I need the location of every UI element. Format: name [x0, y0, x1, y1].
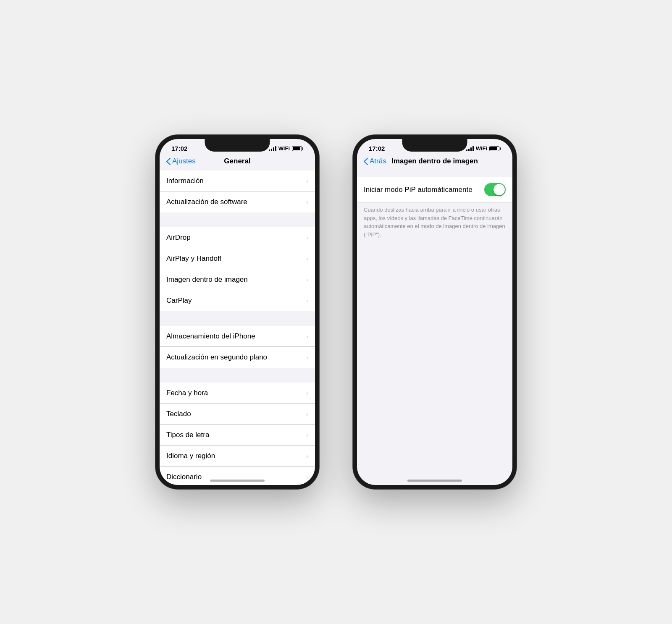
- status-icons-1: WiFi: [269, 145, 303, 152]
- pip-toggle-switch[interactable]: [484, 183, 506, 196]
- time-2: 17:02: [369, 145, 385, 152]
- phone-1: 17:02 WiFi Ajustes General: [155, 135, 319, 489]
- list-item[interactable]: Idioma y región ›: [160, 446, 315, 467]
- phone-2: 17:02 WiFi Atrás Imagen dentro de im: [353, 135, 517, 489]
- pip-settings-group: Iniciar modo PiP automáticamente: [357, 177, 512, 202]
- battery-icon-2: [489, 146, 501, 151]
- section-gap: [160, 311, 315, 326]
- chevron-icon: ›: [306, 234, 308, 241]
- list-item[interactable]: Teclado ›: [160, 404, 315, 425]
- chevron-icon: ›: [306, 297, 308, 304]
- list-item[interactable]: Fecha y hora ›: [160, 383, 315, 404]
- wifi-icon-2: WiFi: [476, 145, 487, 152]
- chevron-icon: ›: [306, 411, 308, 417]
- pip-toggle-row[interactable]: Iniciar modo PiP automáticamente: [357, 177, 512, 202]
- list-item[interactable]: Diccionario ›: [160, 467, 315, 485]
- nav-bar-1: Ajustes General: [160, 154, 315, 170]
- chevron-icon: ›: [306, 390, 308, 396]
- section-gap: [160, 368, 315, 383]
- toggle-knob: [494, 184, 505, 195]
- section-gap: [160, 212, 315, 227]
- chevron-icon: ›: [306, 276, 308, 283]
- settings-group-2: AirDrop › AirPlay y Handoff › Imagen den…: [160, 227, 315, 311]
- list-item[interactable]: Almacenamiento del iPhone ›: [160, 326, 315, 347]
- notch-1: [205, 139, 270, 152]
- list-item[interactable]: Tipos de letra ›: [160, 425, 315, 446]
- home-indicator-2: [407, 480, 462, 482]
- nav-title-2: Imagen dentro de imagen: [391, 157, 478, 165]
- wifi-icon-1: WiFi: [278, 145, 290, 152]
- back-label-1: Ajustes: [172, 157, 196, 165]
- chevron-icon: ›: [306, 432, 308, 438]
- list-item[interactable]: Actualización de software ›: [160, 191, 315, 212]
- chevron-icon: ›: [306, 453, 308, 459]
- pip-scroll[interactable]: Iniciar modo PiP automáticamente Cuando …: [357, 170, 512, 485]
- back-button-1[interactable]: Ajustes: [166, 157, 196, 165]
- phone-1-screen: 17:02 WiFi Ajustes General: [160, 139, 315, 485]
- back-button-2[interactable]: Atrás: [364, 157, 386, 165]
- time-1: 17:02: [171, 145, 187, 152]
- back-label-2: Atrás: [370, 157, 386, 165]
- settings-group-1: Información › Actualización de software …: [160, 170, 315, 212]
- list-item[interactable]: Actualización en segundo plano ›: [160, 347, 315, 368]
- chevron-icon: ›: [306, 255, 308, 262]
- signal-icon-2: [466, 146, 474, 151]
- battery-icon-1: [292, 146, 303, 151]
- pip-toggle-label: Iniciar modo PiP automáticamente: [364, 186, 472, 194]
- status-icons-2: WiFi: [466, 145, 501, 152]
- chevron-icon: ›: [306, 199, 308, 205]
- phone-2-screen: 17:02 WiFi Atrás Imagen dentro de im: [357, 139, 512, 485]
- chevron-icon: ›: [306, 354, 308, 361]
- settings-group-3: Almacenamiento del iPhone › Actualizació…: [160, 326, 315, 368]
- chevron-icon: ›: [306, 178, 308, 184]
- list-item[interactable]: AirDrop ›: [160, 227, 315, 248]
- list-item[interactable]: Información ›: [160, 170, 315, 191]
- pip-description: Cuando deslizas hacia arriba para ir a i…: [357, 202, 512, 245]
- list-item[interactable]: Imagen dentro de imagen ›: [160, 269, 315, 290]
- top-gap: [357, 170, 512, 177]
- chevron-icon: ›: [306, 474, 308, 480]
- settings-group-4: Fecha y hora › Teclado › Tipos de letra …: [160, 383, 315, 485]
- nav-bar-2: Atrás Imagen dentro de imagen: [357, 154, 512, 170]
- list-item[interactable]: CarPlay ›: [160, 290, 315, 311]
- chevron-icon: ›: [306, 333, 308, 340]
- list-item[interactable]: AirPlay y Handoff ›: [160, 248, 315, 269]
- signal-icon-1: [269, 146, 276, 151]
- home-indicator-1: [210, 480, 265, 482]
- settings-scroll-1[interactable]: Información › Actualización de software …: [160, 170, 315, 485]
- nav-title-1: General: [224, 157, 250, 165]
- notch-2: [402, 139, 467, 152]
